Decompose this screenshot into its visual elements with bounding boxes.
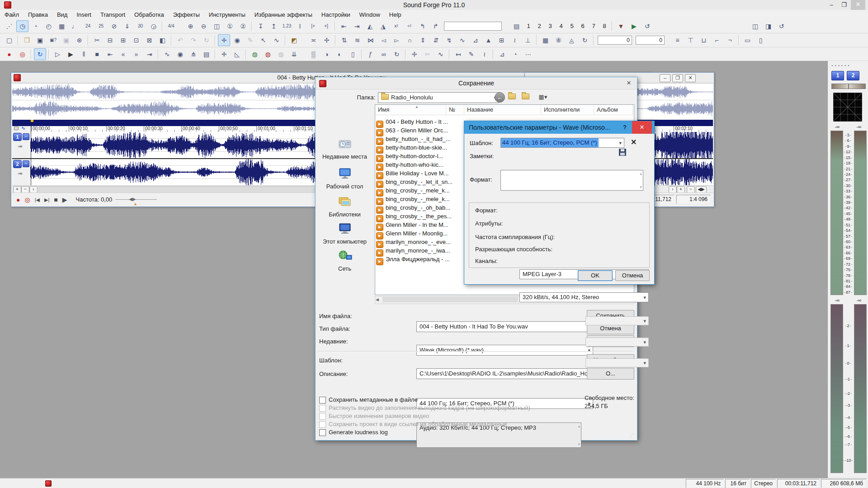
menu-item-избранные-эффекты[interactable]: Избранные эффекты	[250, 10, 317, 19]
checkbox-2[interactable]	[319, 405, 326, 412]
more-tools-icon[interactable]: ⋯	[522, 48, 534, 60]
auto-preview-icon[interactable]: ↻	[391, 48, 403, 60]
sample-rate-combobox[interactable]	[585, 316, 649, 325]
resize-grip[interactable]: ⋰	[630, 432, 634, 437]
draw-snap-icon[interactable]: ⋰	[3, 20, 15, 32]
checkbox-5[interactable]	[319, 429, 326, 436]
minimize-button[interactable]: –	[826, 0, 837, 9]
edit-tool-icon[interactable]: ✛	[218, 34, 230, 46]
editor-2-zoom-out-button[interactable]: −	[687, 186, 695, 193]
channel-1-badge[interactable]: 1	[13, 133, 22, 141]
envelope-point-icon[interactable]: ◺	[231, 48, 243, 60]
session-clock-icon[interactable]: ↺	[775, 20, 788, 32]
marker-tool-icon[interactable]: ▼	[615, 20, 627, 32]
channel-2-minimize-button[interactable]: −	[23, 160, 29, 167]
dither-icon[interactable]: ⊿	[469, 34, 481, 46]
menu-item-window[interactable]: Window	[355, 10, 385, 19]
region-button-4[interactable]: 4	[556, 21, 566, 31]
about-button[interactable]: О...	[587, 368, 634, 380]
loop-playback-icon[interactable]: ↻	[34, 48, 46, 60]
checkbox-1[interactable]	[319, 397, 326, 404]
cut-icon[interactable]: ✂	[91, 34, 103, 46]
burn-cd-icon[interactable]: ◍	[249, 48, 261, 60]
ruler-values-icon[interactable]: 1.23	[281, 20, 293, 32]
zoom-custom-icon[interactable]: ②	[237, 20, 249, 32]
bit-depth-combobox[interactable]	[585, 338, 649, 347]
pan-expand-icon[interactable]: ◬	[566, 34, 578, 46]
render-as-icon[interactable]: ▣	[60, 34, 72, 46]
film-none-icon[interactable]: ⊘	[108, 20, 120, 32]
measures-icon[interactable]: ♩	[69, 20, 81, 32]
file-row[interactable]: ▶063 - Glenn Miller Orc...	[376, 126, 448, 135]
sidebar-place-3[interactable]: Библиотеки	[318, 195, 371, 218]
sidebar-place-2[interactable]: Рабочий стол	[318, 167, 371, 190]
zoom-out-button[interactable]: −	[21, 186, 29, 193]
folder-combobox[interactable]: Radio_Honolulu	[378, 92, 499, 103]
snap-grid-icon[interactable]: ⊔	[698, 34, 710, 46]
publish-icon[interactable]: ⊛	[73, 34, 85, 46]
region-edit-icon[interactable]: ◮	[377, 20, 389, 32]
repair-icon[interactable]: ⊥	[522, 34, 534, 46]
menu-item-transport[interactable]: Transport	[96, 10, 130, 19]
new-file-icon[interactable]: ▢	[3, 34, 15, 46]
description-scroll-up-icon[interactable]: ▴	[578, 424, 580, 428]
world-clock-icon[interactable]: ◶	[147, 20, 160, 32]
checkbox-row-4[interactable]: Сохранить проект в виде ссылки на обрабо…	[319, 421, 507, 428]
sidebar-place-4[interactable]: Этот компьютер	[318, 222, 371, 245]
paste-icon[interactable]: ⊞	[117, 34, 129, 46]
params-cancel-button[interactable]: Отмена	[615, 270, 650, 281]
view-layout-a-icon[interactable]: ◫	[749, 20, 761, 32]
timecode-icon[interactable]: ◴	[42, 20, 55, 32]
editor-2-scroll-right-button[interactable]: ›	[669, 186, 677, 193]
arc-fade-icon[interactable]: ∩	[404, 34, 416, 46]
editor-2-restore-button[interactable]: ❐	[672, 74, 683, 82]
stop-icon[interactable]: ■	[91, 48, 103, 60]
checkbox-row-3[interactable]: Быстрое изменение размеров видео	[319, 413, 429, 420]
file-row[interactable]: ▶Glenn Miller - In the M...	[376, 221, 448, 229]
crossfade-icon[interactable]: ≍	[307, 34, 320, 46]
smooth-icon[interactable]: ≋	[351, 34, 363, 46]
rate-slider-handle[interactable]: ◀▶	[129, 197, 136, 202]
record-icon[interactable]: ●	[3, 48, 15, 60]
params-help-button[interactable]: ?	[620, 121, 629, 134]
file-row[interactable]: ▶betty_hutton_-_it_had_...	[376, 135, 451, 143]
file-type-combobox[interactable]: Wave (Microsoft) (*.wav)	[416, 345, 593, 356]
marker-div-icon[interactable]: ÷²	[403, 20, 415, 32]
undo-view-icon[interactable]: ↤	[452, 48, 464, 60]
zoom-in-button[interactable]: +	[13, 186, 21, 193]
extract-audio-icon[interactable]: ⇊	[288, 48, 300, 60]
lock-icon[interactable]	[14, 127, 19, 130]
column-header-5[interactable]: Альбом	[594, 105, 633, 115]
editor-2-minimize-button[interactable]: –	[660, 74, 670, 82]
value-field-1[interactable]: 0	[598, 36, 632, 45]
file-row[interactable]: ▶betty-hutton-doctor-l...	[376, 152, 443, 160]
stretch-icon[interactable]: ⇕	[417, 34, 429, 46]
region-button-5[interactable]: 5	[567, 21, 577, 31]
frames-icon[interactable]: ▦	[56, 20, 68, 32]
position-field[interactable]	[444, 22, 502, 31]
spectrum-icon[interactable]: ▒	[307, 48, 320, 60]
restore-button[interactable]: ❐	[838, 0, 850, 9]
file-row[interactable]: ▶bing_crosby_-_oh_bab...	[376, 203, 450, 212]
menu-item-правка[interactable]: Правка	[24, 10, 52, 19]
film-25-icon[interactable]: 25	[95, 20, 107, 32]
zoom-selection-icon[interactable]: ◫	[211, 20, 223, 32]
phase-scope-icon[interactable]: ◑	[321, 48, 333, 60]
checkbox-3[interactable]	[319, 413, 326, 420]
event-list-icon[interactable]: ▤	[200, 48, 212, 60]
notes-scroll-down-icon[interactable]: ▾	[640, 185, 642, 189]
list-scroll-thumb[interactable]	[382, 297, 518, 302]
delete-template-icon[interactable]: ✕	[631, 138, 637, 146]
region-insert-icon[interactable]: ◭	[364, 20, 376, 32]
meters-toolbar-icons[interactable]: ▪▪▪▪▪▪	[831, 63, 851, 68]
burn-disc-icon[interactable]: ◍	[275, 48, 287, 60]
loop-start-icon[interactable]: ⇤	[338, 20, 350, 32]
play-icon[interactable]: ▶	[62, 194, 67, 206]
zoom-in-tool-icon[interactable]: ⊕	[184, 20, 197, 32]
notes-scroll-up-icon[interactable]: ▴	[640, 171, 642, 176]
menu-item-обработка[interactable]: Обработка	[130, 10, 169, 19]
sidebar-place-1[interactable]: Недавние места	[318, 137, 371, 160]
mono-scope-icon[interactable]: ◐	[334, 48, 346, 60]
rate-slider-track[interactable]	[115, 199, 157, 200]
squiggle-icon[interactable]: ≀	[509, 34, 521, 46]
